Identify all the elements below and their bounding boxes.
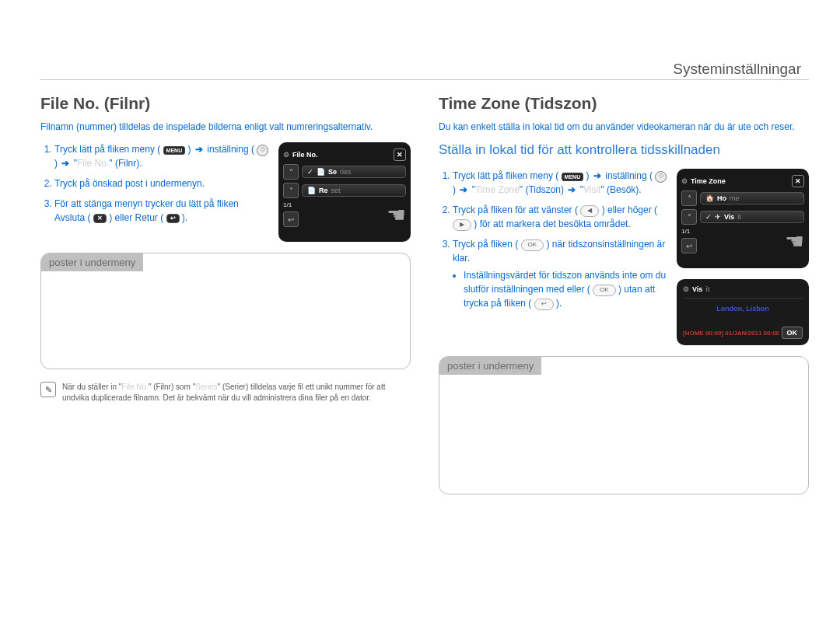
left-steps-list: Tryck lätt på fliken meny ( MENU ) ➔ ins… — [40, 142, 269, 225]
reset-option: 📄 Reset — [302, 184, 406, 197]
arrow-icon: ➔ — [568, 183, 576, 197]
close-icon: ✕ — [792, 175, 804, 187]
right-step-3: Tryck på fliken ( OK ) när tidszonsinstä… — [453, 237, 667, 310]
home-icon: 🏠 — [705, 194, 714, 202]
two-column-layout: File No. (Filnr) Filnamn (nummer) tillde… — [40, 94, 809, 494]
label: Re — [319, 187, 328, 194]
footnote-text: När du ställer in "File No." (Filnr) som… — [62, 382, 411, 403]
left-step-2: Tryck på önskad post i undermenyn. — [54, 176, 269, 190]
text: ) — [453, 184, 458, 195]
manual-page: Systeminställningar File No. (Filnr) Fil… — [0, 0, 840, 643]
right-step-2: Tryck på fliken för att vänster ( ◀ ) el… — [453, 203, 667, 231]
text: ). — [556, 298, 562, 309]
gear-icon: ⚙ — [655, 171, 667, 183]
text: Tryck lätt på fliken meny ( — [54, 144, 160, 155]
text: inställning ( — [605, 170, 653, 181]
arrow-icon: ➔ — [195, 142, 203, 156]
visit-screen-mock: ⚙ Visit London, Lisbon [HOME 00:00] 01/J… — [677, 279, 809, 345]
arrow-icon: ➔ — [460, 183, 467, 197]
page-indicator: 1/1 — [681, 228, 690, 235]
right-lead-text: Du kan enkelt ställa in lokal tid om du … — [439, 121, 809, 133]
label-faded: it — [737, 213, 741, 221]
city-label: London, Lisbon — [683, 305, 803, 313]
left-step-1: Tryck lätt på fliken meny ( MENU ) ➔ ins… — [54, 142, 269, 170]
right-submenu-box: poster i undermeny — [439, 356, 809, 494]
text: " (Filnr) som " — [149, 383, 195, 391]
faded-text: Visit — [583, 184, 600, 195]
right-step-1: Tryck lätt på fliken meny ( MENU ) ➔ ins… — [453, 169, 667, 197]
ok-icon: OK — [593, 285, 616, 296]
text: ). — [182, 212, 187, 223]
faded-text: Series — [195, 383, 217, 391]
right-column: Time Zone (Tidszon) Du kan enkelt ställa… — [439, 94, 809, 494]
menu-icon: MENU — [562, 173, 584, 181]
text: " (Besök). — [600, 184, 641, 195]
left-arrow-icon: ◀ — [580, 205, 599, 217]
left-column: File No. (Filnr) Filnamn (nummer) tillde… — [40, 94, 411, 494]
label-faded: me — [730, 194, 740, 202]
label: Se — [328, 168, 337, 176]
text: ) — [586, 170, 592, 181]
page-section-heading: Systeminställningar — [673, 61, 801, 78]
gear-icon: ⚙ — [683, 285, 689, 293]
text: Tryck på fliken ( — [453, 239, 518, 250]
text: ) för att markera det besökta området. — [474, 218, 630, 229]
submenu-tab: poster i undermeny — [439, 357, 541, 375]
timezone-screen-mock: ⚙ Time Zone ✕ ˄ 🏠 Home ˅ — [677, 169, 809, 268]
check-icon: ✓ — [705, 213, 712, 221]
text: " (Filnr). — [109, 158, 142, 169]
screen-title: File No. — [292, 151, 318, 159]
menu-icon: MENU — [163, 146, 186, 155]
left-submenu-box: poster i undermeny — [40, 253, 411, 369]
file-no-screen-mock: ⚙ File No. ✕ ˄ ✓ 📄 Series ˅ — [278, 142, 411, 242]
right-arrow-icon: ▶ — [453, 219, 471, 231]
screen2-title-strong: Vis — [692, 285, 702, 293]
left-step-3: För att stänga menyn trycker du lätt på … — [54, 197, 269, 225]
right-step-3-note: Inställningsvärdet för tidszon används i… — [453, 268, 667, 310]
left-title: File No. (Filnr) — [40, 94, 411, 113]
left-lead-text: Filnamn (nummer) tilldelas de inspelade … — [40, 121, 411, 133]
up-icon: ˄ — [283, 164, 299, 180]
left-steps-and-screen: Tryck lätt på fliken meny ( MENU ) ➔ ins… — [40, 142, 411, 242]
right-subtitle: Ställa in lokal tid för att kontrollera … — [439, 142, 809, 158]
text: ) — [188, 144, 194, 155]
text: " (Tidszon) — [520, 184, 567, 195]
down-icon: ˅ — [681, 209, 697, 225]
label: Ho — [717, 194, 726, 202]
up-icon: ˄ — [681, 190, 697, 206]
faded-text: File No. — [77, 158, 109, 169]
top-divider — [40, 79, 809, 80]
right-steps-and-screens: Tryck lätt på fliken meny ( MENU ) ➔ ins… — [439, 169, 809, 345]
airplane-icon: ✈ — [715, 213, 721, 221]
back-icon: ↩ — [534, 299, 554, 310]
home-time-label: [HOME 00:00] 01/JAN/2011 00:00 — [683, 330, 779, 337]
ok-icon: OK — [521, 239, 544, 251]
doc-icon: 📄 — [307, 187, 316, 194]
text: ) eller Retur ( — [109, 212, 163, 223]
label-faded: set — [331, 187, 341, 194]
screen-title: Time Zone — [691, 177, 726, 185]
gear-icon: ⚙ — [283, 151, 289, 159]
close-icon: ✕ — [394, 149, 406, 161]
down-icon: ˅ — [283, 183, 299, 198]
doc-icon: 📄 — [317, 168, 325, 176]
faded-text: Time Zone — [475, 184, 520, 195]
visit-option: ✓ ✈ Visit — [700, 211, 804, 223]
hand-pointer-icon: ☚ — [785, 229, 804, 254]
faded-text: File No. — [121, 383, 148, 391]
screen2-title-faded: it — [705, 285, 710, 293]
right-screens-stack: ⚙ Time Zone ✕ ˄ 🏠 Home ˅ — [677, 169, 809, 345]
text: När du ställer in " — [62, 383, 121, 391]
gear-icon: ⚙ — [681, 177, 688, 185]
left-footnote: ✎ När du ställer in "File No." (Filnr) s… — [40, 382, 411, 403]
text: inställning ( — [207, 144, 254, 155]
right-title: Time Zone (Tidszon) — [439, 94, 809, 113]
gear-icon: ⚙ — [257, 145, 268, 156]
submenu-tab: poster i undermeny — [41, 253, 143, 271]
back-icon: ↩ — [681, 238, 697, 253]
text: ) — [54, 158, 60, 169]
text: Tryck på fliken för att vänster ( — [453, 204, 578, 215]
page-indicator: 1/1 — [283, 201, 292, 208]
label: Vis — [724, 213, 734, 221]
check-icon: ✓ — [307, 168, 313, 176]
